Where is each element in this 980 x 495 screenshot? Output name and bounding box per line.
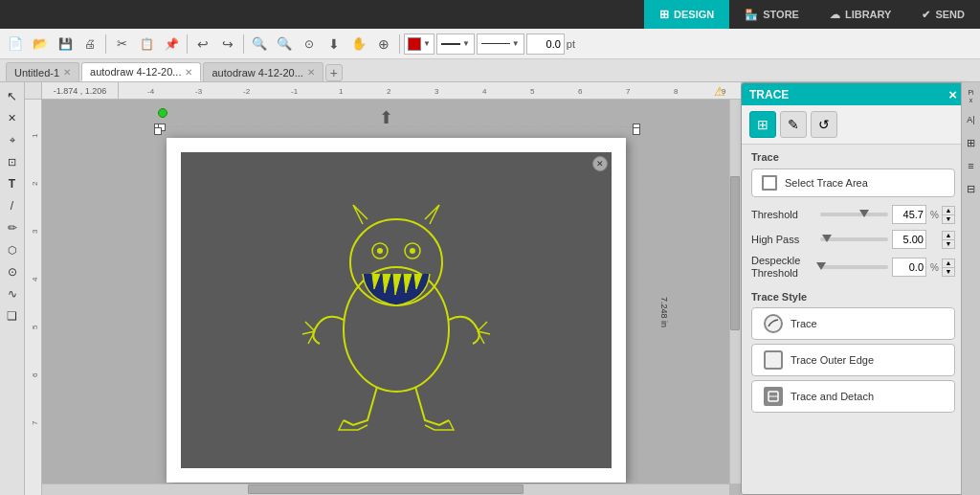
tool-new[interactable]: 📄 bbox=[4, 33, 27, 56]
trace-tool-pen[interactable]: ✎ bbox=[780, 111, 807, 138]
rotation-handle[interactable] bbox=[158, 108, 167, 118]
canvas-close-btn[interactable]: ✕ bbox=[592, 156, 608, 171]
svg-text:-4: -4 bbox=[147, 87, 155, 96]
trace-tool-undo[interactable]: ↺ bbox=[811, 111, 837, 138]
tab-autodraw1[interactable]: autodraw 4-12-20... ✕ bbox=[81, 62, 201, 81]
threshold-step-down[interactable]: ▼ bbox=[942, 214, 955, 224]
top-nav-bar: ⊞ DESIGN 🏪 STORE ☁ LIBRARY ✔ SEND bbox=[0, 0, 980, 29]
tab-autodraw1-label: autodraw 4-12-20... bbox=[90, 66, 181, 78]
tool-print[interactable]: 🖨 bbox=[78, 33, 101, 56]
tool-zoom-in[interactable]: 🔍 bbox=[248, 33, 271, 56]
right-icon-ai[interactable]: A| bbox=[964, 109, 979, 130]
left-tool-select[interactable]: ↖ bbox=[2, 85, 23, 106]
left-tool-text[interactable]: T bbox=[2, 173, 23, 194]
handle-tr[interactable] bbox=[633, 124, 640, 131]
add-tab-button[interactable]: + bbox=[325, 64, 343, 81]
handle-ml[interactable] bbox=[154, 127, 162, 135]
right-icon-minus-grid[interactable]: ⊟ bbox=[964, 178, 979, 199]
coord-text: -1.874 , 1.206 bbox=[54, 86, 107, 96]
right-icon-pix[interactable]: Pix bbox=[964, 86, 979, 107]
svg-text:8: 8 bbox=[674, 87, 679, 96]
tool-open[interactable]: 📂 bbox=[29, 33, 52, 56]
tab-autodraw2[interactable]: autodraw 4-12-20... ✕ bbox=[203, 62, 323, 81]
nav-tab-send[interactable]: ✔ SEND bbox=[906, 0, 980, 29]
tab-untitled[interactable]: Untitled-1 ✕ bbox=[6, 62, 79, 81]
highpass-value-input[interactable] bbox=[892, 230, 926, 249]
left-tool-pen[interactable]: ✏ bbox=[2, 217, 23, 238]
despeckle-slider-thumb[interactable] bbox=[816, 262, 826, 270]
send-icon: ✔ bbox=[922, 9, 930, 21]
svg-text:1: 1 bbox=[339, 87, 344, 96]
right-icon-menu[interactable]: ≡ bbox=[964, 155, 979, 176]
nav-tab-store[interactable]: 🏪 STORE bbox=[729, 0, 814, 29]
stroke-width-input[interactable] bbox=[526, 34, 565, 55]
left-tool-select2[interactable]: ✕ bbox=[2, 107, 23, 128]
stroke-dropdown-arrow: ▼ bbox=[423, 39, 431, 48]
highpass-slider[interactable] bbox=[820, 237, 888, 241]
tab-autodraw2-close[interactable]: ✕ bbox=[307, 67, 315, 78]
despeckle-value-input[interactable] bbox=[892, 258, 926, 277]
scrollbar-h-thumb[interactable] bbox=[248, 484, 523, 494]
left-tool-clone[interactable]: ❏ bbox=[2, 305, 23, 326]
tab-untitled-close[interactable]: ✕ bbox=[63, 67, 71, 78]
line-thickness-dropdown[interactable]: ▼ bbox=[477, 34, 524, 55]
despeckle-slider[interactable] bbox=[820, 265, 888, 269]
svg-text:-3: -3 bbox=[195, 87, 203, 96]
highpass-step-down[interactable]: ▼ bbox=[942, 239, 955, 249]
highpass-stepper: ▲ ▼ bbox=[942, 231, 955, 249]
scrollbar-horizontal[interactable] bbox=[42, 484, 729, 495]
despeckle-unit: % bbox=[930, 262, 938, 273]
stroke-unit-label: pt bbox=[567, 38, 575, 50]
tool-cut[interactable]: ✂ bbox=[110, 33, 133, 56]
trace-detach-btn[interactable]: Trace and Detach bbox=[751, 380, 955, 413]
stroke-style-dropdown[interactable]: ▼ bbox=[404, 34, 434, 55]
tool-down-arrow[interactable]: ⬇ bbox=[323, 33, 345, 56]
select-trace-area-btn[interactable]: Select Trace Area bbox=[751, 169, 955, 197]
handle-mr[interactable] bbox=[633, 127, 640, 135]
tool-save[interactable]: 💾 bbox=[54, 33, 77, 56]
tool-copy[interactable]: 📋 bbox=[135, 33, 158, 56]
nav-tab-design[interactable]: ⊞ DESIGN bbox=[644, 0, 729, 29]
tool-paste[interactable]: 📌 bbox=[160, 33, 183, 56]
threshold-value-input[interactable] bbox=[892, 205, 926, 224]
warning-icon: ⚠ bbox=[710, 82, 729, 100]
left-tool-crop[interactable]: ⌖ bbox=[2, 129, 23, 150]
despeckle-stepper: ▲ ▼ bbox=[942, 259, 955, 277]
scrollbar-vertical[interactable] bbox=[729, 100, 741, 484]
left-tool-eraser[interactable]: ⬡ bbox=[2, 239, 23, 260]
svg-text:2: 2 bbox=[31, 181, 39, 186]
handle-tl[interactable] bbox=[154, 124, 162, 131]
trace-outer-btn[interactable]: Trace Outer Edge bbox=[751, 344, 955, 376]
svg-text:4: 4 bbox=[482, 87, 487, 96]
tab-autodraw2-label: autodraw 4-12-20... bbox=[212, 67, 302, 79]
left-tool-line[interactable]: / bbox=[2, 195, 23, 216]
right-icon-grid[interactable]: ⊞ bbox=[964, 132, 979, 153]
highpass-slider-thumb[interactable] bbox=[822, 235, 832, 242]
separator-3 bbox=[243, 34, 244, 54]
trace-close-btn[interactable]: × bbox=[948, 87, 957, 101]
despeckle-label1: Despeckle bbox=[751, 255, 816, 267]
line-style-dropdown[interactable]: ▼ bbox=[436, 34, 475, 55]
tool-undo[interactable]: ↩ bbox=[191, 33, 214, 56]
tool-redo[interactable]: ↪ bbox=[216, 33, 239, 56]
canvas-bg: ⬆ ✕ bbox=[42, 100, 729, 484]
tool-plus[interactable]: ⊕ bbox=[372, 33, 395, 56]
handle-tm[interactable] bbox=[158, 124, 166, 131]
trace-outer-icon bbox=[764, 350, 783, 370]
tool-zoom-fit[interactable]: ⊙ bbox=[298, 33, 321, 56]
scrollbar-v-thumb[interactable] bbox=[730, 176, 740, 329]
tool-zoom-out[interactable]: 🔍 bbox=[273, 33, 296, 56]
nav-tab-library[interactable]: ☁ LIBRARY bbox=[814, 0, 906, 29]
trace-tool-grid[interactable]: ⊞ bbox=[749, 111, 776, 138]
tab-autodraw1-close[interactable]: ✕ bbox=[185, 67, 192, 78]
tool-pan[interactable]: ✋ bbox=[347, 33, 370, 56]
threshold-slider[interactable] bbox=[820, 213, 888, 216]
left-tool-rect[interactable]: ⊡ bbox=[2, 151, 23, 172]
left-tool-wave[interactable]: ∿ bbox=[2, 283, 23, 304]
trace-btn[interactable]: Trace bbox=[751, 307, 955, 340]
despeckle-step-down[interactable]: ▼ bbox=[942, 267, 955, 277]
threshold-slider-thumb[interactable] bbox=[859, 210, 869, 217]
tabs-row: Untitled-1 ✕ autodraw 4-12-20... ✕ autod… bbox=[0, 59, 980, 82]
scroll-arrow-up[interactable]: ⬆ bbox=[379, 107, 393, 128]
left-tool-fill[interactable]: ⊙ bbox=[2, 261, 23, 282]
